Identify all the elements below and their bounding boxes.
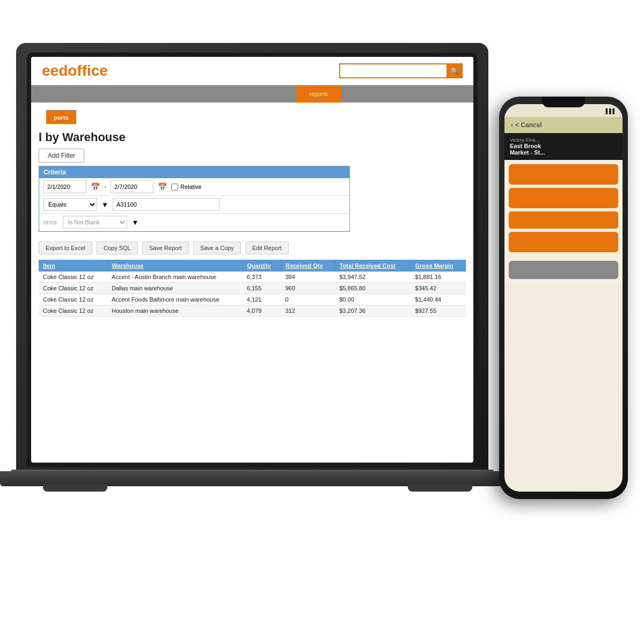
cell-item-4: Coke Classic 12 oz: [39, 305, 107, 317]
cell-qty-2: 6,155: [243, 283, 281, 294]
table-row: Coke Classic 12 oz Houston main warehous…: [39, 305, 466, 317]
add-filter-button[interactable]: Add Filter: [39, 149, 84, 163]
save-report-button[interactable]: Save Report: [142, 241, 189, 254]
nav-item-5[interactable]: [208, 85, 252, 103]
nav-item-1[interactable]: [31, 85, 75, 103]
filter-blank-row: orms Is Not Blank ▼: [39, 214, 349, 231]
phone-company: Victory Fina...: [510, 137, 617, 143]
cancel-chevron-icon: ‹: [511, 121, 513, 129]
table-header: Item Warehouse Quantity Received Qty Tot…: [39, 260, 466, 272]
col-received-qty: Received Qty: [281, 260, 335, 272]
cell-margin-3: $1,440.44: [411, 294, 465, 305]
cell-recv-qty-2: 960: [281, 283, 335, 294]
logo-suffix: office: [68, 62, 108, 79]
filter-date-from[interactable]: [43, 180, 86, 193]
search-bar: 🔍: [339, 63, 463, 78]
filter-operator-select[interactable]: Equals: [43, 198, 97, 211]
calendar-icon-from[interactable]: 📅: [91, 182, 100, 191]
table-row: Coke Classic 12 oz Accent - Austin Branc…: [39, 272, 466, 283]
nav-item-6[interactable]: [252, 85, 296, 103]
cell-cost-1: $3,947.52: [335, 272, 411, 283]
phone-orange-btn-1[interactable]: [509, 164, 618, 185]
scene: eedoffice 🔍: [0, 0, 644, 644]
dropdown-arrow-icon: ▼: [101, 201, 108, 209]
copy-sql-button[interactable]: Copy SQL: [97, 241, 138, 254]
screen-header: eedoffice 🔍: [31, 57, 473, 85]
cell-warehouse-2: Dallas main warehouse: [107, 283, 243, 294]
cancel-label: < Cancel: [515, 121, 542, 129]
nav-item-3[interactable]: [120, 85, 164, 103]
filter-date-row: 📅 - 📅 Relative: [39, 178, 349, 196]
nav-item-4[interactable]: [164, 85, 208, 103]
relative-checkbox: Relative: [171, 184, 202, 191]
nav-item-9[interactable]: [385, 85, 429, 103]
cell-qty-4: 4,079: [243, 305, 281, 317]
phone-notch: [542, 97, 585, 107]
cell-qty-1: 6,373: [243, 272, 281, 283]
table-row: Coke Classic 12 oz Dallas main warehouse…: [39, 283, 466, 294]
phone-content-header: Victory Fina... East Brook Market - St..…: [504, 133, 623, 160]
save-copy-button[interactable]: Save a Copy: [193, 241, 241, 254]
cell-warehouse-3: Accent Foods Baltimore main warehouse: [107, 294, 243, 305]
cell-qty-3: 4,121: [243, 294, 281, 305]
data-table: Item Warehouse Quantity Received Qty Tot…: [39, 260, 466, 317]
cell-warehouse-4: Houston main warehouse: [107, 305, 243, 317]
phone-orange-btn-3[interactable]: [509, 211, 618, 229]
cell-recv-qty-1: 384: [281, 272, 335, 283]
cell-item-1: Coke Classic 12 oz: [39, 272, 107, 283]
phone-gray-btn[interactable]: [509, 261, 618, 279]
laptop-body: eedoffice 🔍: [16, 43, 488, 472]
col-warehouse: Warehouse: [107, 260, 243, 272]
blank-dropdown-icon: ▼: [131, 218, 138, 226]
col-quantity: Quantity: [243, 260, 281, 272]
filter-box: Criteria 📅 - 📅 Relative: [39, 166, 350, 232]
table-header-row: Item Warehouse Quantity Received Qty Tot…: [39, 260, 466, 272]
laptop-bezel: eedoffice 🔍: [27, 53, 478, 467]
cell-recv-qty-3: 0: [281, 294, 335, 305]
phone-signal-icon: ▌▌▌: [606, 108, 616, 114]
phone-orange-btn-4[interactable]: [509, 232, 618, 252]
col-gross-margin: Gross Margin: [411, 260, 465, 272]
calendar-icon-to[interactable]: 📅: [158, 182, 167, 191]
phone-title-line2: Market - St...: [510, 149, 617, 156]
filter-blank-select[interactable]: Is Not Blank: [63, 216, 127, 229]
table-row: Coke Classic 12 oz Accent Foods Baltimor…: [39, 294, 466, 305]
page-title: l by Warehouse: [31, 128, 473, 149]
laptop-screen: eedoffice 🔍: [31, 57, 473, 463]
relative-checkbox-input[interactable]: [171, 184, 178, 191]
action-buttons: Export to Excel Copy SQL Save Report Sav…: [31, 236, 473, 260]
filter-header: Criteria: [39, 166, 349, 178]
main-nav: reports: [31, 85, 473, 103]
nav-item-8[interactable]: [341, 85, 385, 103]
cell-margin-2: $345.42: [411, 283, 465, 294]
laptop-foot-right: [408, 484, 472, 492]
export-excel-button[interactable]: Export to Excel: [39, 241, 92, 254]
search-input[interactable]: [339, 63, 447, 78]
nav-item-10[interactable]: [429, 85, 473, 103]
search-button[interactable]: 🔍: [447, 63, 463, 78]
filter-date-to[interactable]: [111, 180, 153, 193]
breadcrumb-label: ports: [54, 114, 69, 121]
edit-report-button[interactable]: Edit Report: [245, 241, 289, 254]
col-total-cost: Total Received Cost: [335, 260, 411, 272]
cell-cost-2: $5,865.80: [335, 283, 411, 294]
cell-cost-3: $0.00: [335, 294, 411, 305]
filter-section: Add Filter Criteria 📅 - 📅: [31, 149, 473, 236]
laptop: eedoffice 🔍: [16, 43, 499, 558]
laptop-foot-left: [43, 484, 107, 492]
phone-screen: ▌▌▌ ‹ < Cancel Victory Fina... East Broo…: [504, 104, 623, 492]
cell-warehouse-1: Accent - Austin Branch main warehouse: [107, 272, 243, 283]
nav-item-reports[interactable]: reports: [296, 85, 340, 103]
phone: ▌▌▌ ‹ < Cancel Victory Fina... East Broo…: [499, 97, 628, 499]
filter-equals-row: Equals ▼: [39, 196, 349, 214]
phone-title-line1: East Brook: [510, 143, 617, 149]
cell-cost-4: $3,207.36: [335, 305, 411, 317]
cell-item-2: Coke Classic 12 oz: [39, 283, 107, 294]
nav-item-2[interactable]: [75, 85, 119, 103]
phone-cancel-bar[interactable]: ‹ < Cancel: [504, 117, 623, 133]
breadcrumb: ports: [46, 110, 76, 124]
phone-orange-btn-2[interactable]: [509, 188, 618, 208]
forms-label: orms: [43, 219, 56, 225]
filter-value-input[interactable]: [113, 198, 220, 211]
phone-body: [504, 160, 623, 283]
